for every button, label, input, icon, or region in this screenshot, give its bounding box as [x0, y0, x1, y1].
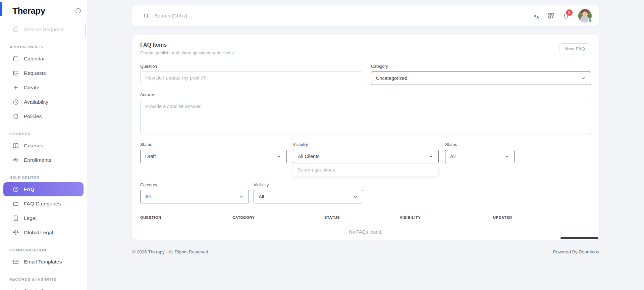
plus-icon [12, 84, 19, 91]
filter-status-select[interactable]: All [445, 150, 515, 163]
sidebar-item-service-requests[interactable]: Service Requests [3, 22, 84, 37]
horizontal-scrollbar[interactable] [560, 237, 598, 239]
answer-textarea[interactable] [140, 100, 591, 135]
sidebar-item-label: Calendar [24, 56, 45, 62]
inbox-icon [12, 26, 19, 33]
column-header-category: CATEGORY [232, 215, 324, 220]
filter-status-label: Status [445, 142, 515, 147]
inbox-icon [12, 70, 19, 77]
main-area: 5 FAQ Items Create, publish, and share q… [87, 0, 644, 290]
sidebar-item-faq-categories[interactable]: FAQ Categories [3, 197, 84, 211]
chevron-down-icon [581, 76, 586, 81]
avatar[interactable] [578, 9, 592, 22]
book-icon [12, 142, 19, 149]
sidebar-header: Therapy [0, 0, 87, 21]
sidebar-item-global-legal[interactable]: Global Legal [3, 226, 84, 240]
calendar-icon [12, 55, 19, 62]
status-select[interactable]: Draft [140, 150, 287, 163]
document-icon [12, 215, 19, 222]
sidebar-item-calendar[interactable]: Calendar [3, 52, 84, 66]
translate-icon[interactable] [533, 12, 540, 19]
sidebar-item-email-templates[interactable]: Email Templates [3, 255, 84, 269]
answer-label: Answer [140, 92, 591, 97]
sidebar: Therapy Service Requests APPOINTMENTS Ca… [0, 0, 87, 290]
sidebar-section-communication: COMMUNICATION [9, 248, 87, 252]
topbar-actions: 5 [533, 9, 592, 22]
sidebar-section-courses: COURSES [9, 132, 87, 136]
users-icon [12, 157, 19, 163]
bell-icon[interactable]: 5 [562, 12, 570, 19]
sidebar-item-label: Service Requests [24, 27, 64, 33]
category-select[interactable]: Uncategorized [371, 71, 591, 85]
visibility-select-value: All Clients [298, 154, 319, 159]
filter-visibility-label: Visibility [254, 183, 363, 187]
filter-visibility-select-value: All [259, 194, 264, 199]
column-header-updated: UPDATED [493, 215, 591, 220]
page-title: FAQ Items [140, 42, 591, 48]
sidebar-item-label: FAQ [24, 186, 35, 192]
column-header-visibility: VISIBILITY [400, 215, 493, 220]
sidebar-item-activity-log[interactable]: Activity Log [3, 284, 84, 290]
sidebar-item-policies[interactable]: Policies [3, 109, 84, 124]
sidebar-item-create[interactable]: Create [3, 81, 84, 95]
sidebar-scrollbar[interactable] [85, 23, 86, 38]
chevron-down-icon [504, 154, 509, 159]
brand-accent-bar [0, 2, 2, 16]
sidebar-item-label: Enrollments [24, 157, 51, 163]
sidebar-toggle-icon[interactable] [75, 7, 82, 14]
sidebar-item-label: Activity Log [24, 288, 50, 290]
sidebar-section-appointments: APPOINTMENTS [9, 45, 87, 49]
question-label: Question [140, 64, 363, 69]
activity-icon [12, 288, 19, 290]
online-status-dot [588, 18, 592, 22]
envelope-icon [12, 258, 19, 265]
shield-icon [12, 113, 19, 120]
empty-state-row: No FAQs found. [140, 224, 591, 240]
faq-form: Question Category Uncategorized [140, 64, 591, 203]
copyright-text: © 2026 Therapy - All Rights Reserved [132, 249, 208, 254]
search-input[interactable] [154, 13, 533, 18]
column-header-status: STATUS [324, 215, 400, 220]
dropdown-search-input[interactable] [298, 167, 434, 173]
sidebar-item-faq[interactable]: FAQ [3, 182, 84, 196]
visibility-select[interactable]: All Clients [293, 150, 439, 163]
filter-category-select[interactable]: All [140, 190, 249, 203]
apps-grid-icon[interactable] [547, 12, 555, 19]
sidebar-item-requests[interactable]: Requests [3, 66, 84, 80]
question-circle-icon [12, 186, 19, 193]
empty-state-message: No FAQs found. [349, 229, 382, 235]
sidebar-item-label: Global Legal [24, 230, 53, 236]
status-select-value: Draft [145, 154, 156, 159]
page-subtitle: Create, publish, and share questions wit… [140, 50, 591, 55]
sidebar-item-label: Create [24, 85, 40, 91]
search-icon [143, 12, 150, 19]
category-select-value: Uncategorized [376, 76, 408, 81]
filter-visibility-select[interactable]: All [254, 190, 363, 203]
new-faq-button[interactable]: New FAQ [559, 43, 591, 54]
chevron-down-icon [238, 194, 244, 199]
visibility-dropdown-panel [293, 163, 439, 176]
sidebar-item-label: Legal [24, 215, 37, 221]
sidebar-item-label: Courses [24, 143, 43, 149]
app-logo: Therapy [12, 6, 45, 16]
sidebar-item-label: Policies [24, 113, 42, 119]
sidebar-item-label: FAQ Categories [24, 201, 61, 207]
visibility-label: Visibility [293, 142, 439, 147]
faq-table-header: QUESTION CATEGORY STATUS VISIBILITY UPDA… [140, 215, 591, 224]
filter-category-select-value: All [145, 194, 151, 199]
powered-by-text: Powered By Roominos [553, 249, 599, 254]
sidebar-item-courses[interactable]: Courses [3, 139, 84, 153]
sidebar-item-availability[interactable]: Availability [3, 95, 84, 109]
topbar: 5 [132, 5, 599, 26]
filter-category-label: Category [140, 183, 249, 187]
sidebar-item-enrollments[interactable]: Enrollments [3, 153, 84, 167]
status-label: Status [140, 142, 287, 147]
sidebar-nav: Service Requests APPOINTMENTS Calendar R… [0, 21, 87, 290]
question-input[interactable] [140, 71, 363, 84]
notification-badge: 5 [566, 9, 573, 16]
app-root: Therapy Service Requests APPOINTMENTS Ca… [0, 0, 644, 290]
folder-icon [12, 200, 19, 207]
sidebar-item-label: Availability [24, 99, 48, 105]
sidebar-item-legal[interactable]: Legal [3, 211, 84, 225]
faq-items-card: FAQ Items Create, publish, and share que… [132, 35, 599, 240]
